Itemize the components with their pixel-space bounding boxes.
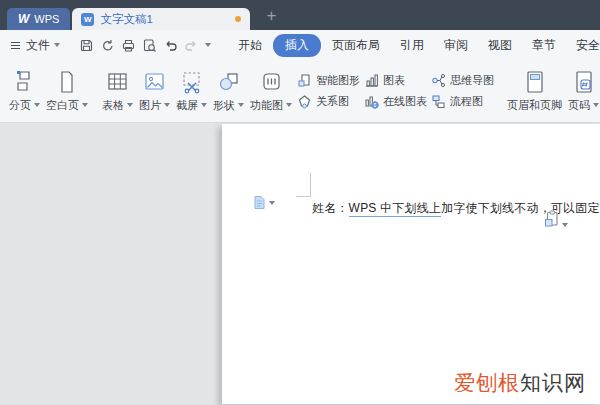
dropdown-arrow-icon (238, 103, 244, 107)
button-label: 分页 (9, 98, 31, 113)
mind-map-button[interactable]: 思维导图 (431, 73, 494, 88)
blank-page-icon (56, 70, 78, 94)
shapes-button[interactable]: 形状 (210, 63, 247, 119)
ribbon: 分页 空白页 表格 图片 截屏 (0, 60, 600, 123)
clipboard-paste-icon (544, 210, 560, 227)
wps-app-label: WPS (34, 13, 59, 25)
wps-window: { "titlebar": { "app_button": "WPS", "do… (0, 0, 600, 405)
online-chart-button[interactable]: 在线图表 (364, 94, 427, 109)
menubar: 文件 (0, 30, 600, 60)
tab-home[interactable]: 开始 (229, 34, 271, 57)
tab-review[interactable]: 审阅 (435, 34, 477, 57)
save-button[interactable] (79, 37, 94, 54)
mind-map-icon (431, 73, 446, 88)
site-watermark-rest: 知识网 (520, 371, 586, 394)
dropdown-arrow-icon (82, 103, 88, 107)
page-number-button[interactable]: 页码 (565, 63, 600, 119)
site-watermark: 爱刨根知识网 (454, 369, 586, 397)
chart-button[interactable]: 图表 (364, 73, 427, 88)
undo-button[interactable] (163, 37, 178, 54)
text-prefix: 姓名： (312, 201, 349, 215)
dropdown-arrow-icon (127, 103, 133, 107)
mindmap-column: 思维导图 流程图 (431, 63, 494, 119)
smart-graphics-button[interactable]: 智能图形 (297, 73, 360, 88)
redo-button[interactable] (184, 37, 199, 54)
tab-view[interactable]: 视图 (479, 34, 521, 57)
underlined-text: WPS 中下划线上 (349, 201, 441, 217)
document-tab[interactable]: W 文字文稿1 (72, 8, 250, 30)
relation-diagram-button[interactable]: 关系图 (297, 94, 360, 109)
header-footer-button[interactable]: 页眉和页脚 (504, 63, 565, 119)
text-rest: 加字使下划线不动，可以固定 (441, 201, 600, 215)
tab-section[interactable]: 章节 (523, 34, 565, 57)
online-chart-icon (364, 94, 379, 109)
redo-icon (184, 38, 199, 53)
shapes-icon (217, 70, 240, 94)
page-break-button[interactable]: 分页 (6, 63, 43, 119)
export-button[interactable] (100, 37, 115, 54)
site-watermark-highlight: 爱刨根 (454, 371, 520, 394)
document-icon: W (81, 13, 94, 26)
picture-button[interactable]: 图片 (136, 63, 173, 119)
tab-references[interactable]: 引用 (391, 34, 433, 57)
ribbon-tabs: 开始 插入 页面布局 引用 审阅 视图 章节 安全 开发工具 特色 (229, 34, 600, 57)
charts-column: 图表 在线图表 (364, 63, 427, 119)
dropdown-arrow-icon (34, 103, 40, 107)
table-icon (106, 70, 129, 94)
export-icon (100, 38, 115, 53)
hamburger-icon (9, 39, 22, 52)
file-menu[interactable]: 文件 (9, 37, 60, 54)
button-label: 形状 (213, 98, 235, 113)
print-preview-button[interactable] (142, 37, 157, 54)
dropdown-arrow-icon (269, 201, 275, 205)
chevron-down-icon (54, 43, 60, 47)
document-page[interactable]: 姓名：WPS 中下划线上加字使下划线不动，可以固定 爱刨根知识网 (222, 124, 600, 404)
button-label: 功能图 (250, 98, 283, 113)
chart-icon (364, 73, 379, 88)
tab-page-layout[interactable]: 页面布局 (323, 34, 389, 57)
flowchart-icon (431, 94, 446, 109)
tab-insert[interactable]: 插入 (273, 34, 321, 57)
file-menu-label: 文件 (26, 37, 50, 54)
dropdown-arrow-icon (286, 103, 292, 107)
function-diagram-button[interactable]: 功能图 (247, 63, 295, 119)
button-label: 空白页 (46, 98, 79, 113)
screenshot-button[interactable]: 截屏 (173, 63, 210, 119)
button-label: 页眉和页脚 (507, 98, 562, 113)
titlebar: W WPS W 文字文稿1 + (0, 0, 600, 30)
new-tab-button[interactable]: + (266, 7, 276, 30)
save-icon (79, 38, 94, 53)
document-tab-title: 文字文稿1 (100, 12, 229, 27)
page-number-icon (573, 70, 595, 94)
print-button[interactable] (121, 37, 136, 54)
smart-graphics-icon (297, 73, 312, 88)
blank-page-button[interactable]: 空白页 (43, 63, 91, 119)
page-break-icon (14, 70, 36, 94)
print-icon (121, 38, 136, 53)
dropdown-arrow-icon (201, 103, 207, 107)
button-label: 图片 (139, 98, 161, 113)
picture-icon (143, 70, 166, 94)
button-label: 流程图 (450, 94, 483, 109)
paste-options-icon (253, 195, 266, 210)
tab-security[interactable]: 安全 (567, 34, 600, 57)
chevron-down-icon (205, 43, 211, 47)
button-label: 图表 (383, 73, 405, 88)
flowchart-button[interactable]: 流程图 (431, 94, 494, 109)
button-label: 智能图形 (316, 73, 360, 88)
document-workspace: 姓名：WPS 中下划线上加字使下划线不动，可以固定 爱刨根知识网 (0, 123, 600, 404)
customize-quickbar-button[interactable] (205, 37, 211, 54)
unsaved-dot-icon (235, 16, 241, 22)
wps-menu-button[interactable]: W WPS (7, 8, 70, 30)
paste-options-float-button[interactable] (253, 195, 275, 210)
print-preview-icon (142, 38, 157, 53)
relation-diagram-icon (297, 94, 312, 109)
paste-options-button[interactable] (544, 210, 568, 227)
table-button[interactable]: 表格 (99, 63, 136, 119)
button-label: 在线图表 (383, 94, 427, 109)
margin-corner-mark (296, 173, 311, 197)
dropdown-arrow-icon (164, 103, 170, 107)
function-diagram-icon (260, 70, 283, 94)
button-label: 截屏 (176, 98, 198, 113)
dropdown-arrow-icon (593, 103, 599, 107)
